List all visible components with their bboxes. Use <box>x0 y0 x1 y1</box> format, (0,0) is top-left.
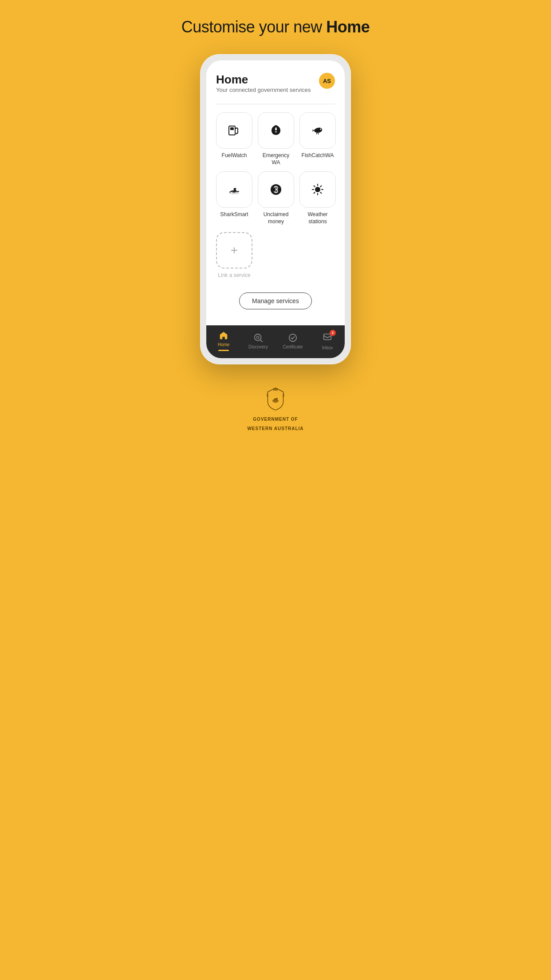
screen-title: Home <box>216 73 311 87</box>
fish-icon <box>310 122 326 138</box>
nav-active-indicator <box>218 350 229 351</box>
service-item-fishcatchwa[interactable]: FishCatchWA <box>299 112 336 166</box>
phone-frame: Home Your connected government services … <box>200 54 351 364</box>
svg-line-17 <box>320 186 321 187</box>
svg-line-20 <box>260 340 263 342</box>
service-icon-fishcatchwa <box>299 112 336 149</box>
heading-bold: Home <box>326 18 370 36</box>
nav-label-certificate: Certificate <box>283 344 303 349</box>
heading-normal: Customise your new <box>181 18 327 36</box>
screen-title-group: Home Your connected government services <box>216 73 311 101</box>
service-label-sharksmart: SharkSmart <box>220 211 248 218</box>
dollar-icon <box>268 182 284 198</box>
gov-logo: GOVERNMENT OF WESTERN AUSTRALIA <box>247 382 303 432</box>
inbox-badge-container: 2 <box>323 332 332 344</box>
service-icon-weather-stations <box>299 171 336 208</box>
svg-rect-1 <box>230 127 234 130</box>
home-nav-icon <box>219 331 228 340</box>
weather-icon <box>310 182 326 198</box>
svg-point-25 <box>276 398 278 399</box>
service-label-fishcatchwa: FishCatchWA <box>302 152 334 159</box>
service-icon-emergency-wa <box>258 112 294 149</box>
svg-line-5 <box>316 133 317 134</box>
gov-text-line2: WESTERN AUSTRALIA <box>247 425 303 432</box>
service-item-emergency-wa[interactable]: Emergency WA <box>258 112 294 166</box>
svg-point-22 <box>289 334 297 341</box>
nav-item-discovery[interactable]: Discovery <box>241 333 276 349</box>
service-icon-fuelwatch <box>216 112 252 149</box>
svg-point-21 <box>256 336 259 339</box>
service-item-fuelwatch[interactable]: FuelWatch <box>216 112 252 166</box>
manage-btn-container: Manage services <box>216 289 335 316</box>
screen-content: Home Your connected government services … <box>206 60 345 325</box>
link-service-item[interactable]: + Link a service <box>216 232 252 278</box>
svg-point-10 <box>315 187 320 192</box>
service-label-weather-stations: Weather stations <box>299 211 336 225</box>
avatar[interactable]: AS <box>319 73 335 89</box>
screen-header: Home Your connected government services … <box>216 73 335 101</box>
svg-point-2 <box>236 133 237 134</box>
link-service-label: Link a service <box>218 272 250 278</box>
link-service-row: + Link a service <box>216 232 335 278</box>
service-label-fuelwatch: FuelWatch <box>222 152 247 159</box>
link-service-box[interactable]: + <box>216 232 252 269</box>
service-label-emergency-wa: Emergency WA <box>258 152 294 166</box>
service-icon-sharksmart <box>216 171 252 208</box>
phone-screen: Home Your connected government services … <box>206 60 345 358</box>
screen-subtitle: Your connected government services <box>216 87 311 93</box>
svg-point-4 <box>320 129 322 130</box>
shark-icon <box>226 182 242 198</box>
inbox-badge: 2 <box>330 330 336 336</box>
svg-line-16 <box>320 192 321 193</box>
service-label-unclaimed-money: Unclaimed money <box>258 211 294 225</box>
discovery-nav-icon <box>253 333 263 343</box>
nav-label-home: Home <box>218 342 230 347</box>
nav-label-discovery: Discovery <box>248 344 268 349</box>
service-item-weather-stations[interactable]: Weather stations <box>299 171 336 225</box>
service-icon-unclaimed-money <box>258 171 294 208</box>
service-item-unclaimed-money[interactable]: Unclaimed money <box>258 171 294 225</box>
certificate-nav-icon <box>288 333 298 343</box>
wa-crest <box>260 382 291 413</box>
emergency-icon <box>268 122 284 138</box>
nav-item-home[interactable]: Home <box>206 331 241 351</box>
nav-item-inbox[interactable]: 2 Inbox <box>310 332 345 350</box>
page-heading: Customise your new Home <box>181 18 370 36</box>
gov-text-line1: GOVERNMENT OF <box>253 416 298 423</box>
bottom-nav: Home Discovery Certificate <box>206 325 345 358</box>
svg-point-3 <box>276 131 277 133</box>
service-grid: FuelWatch Emergency WA <box>216 112 335 225</box>
plus-icon: + <box>231 244 238 257</box>
nav-label-inbox: Inbox <box>322 345 333 350</box>
svg-line-15 <box>314 186 315 187</box>
service-item-sharksmart[interactable]: SharkSmart <box>216 171 252 225</box>
svg-line-18 <box>314 192 315 193</box>
fuel-icon <box>226 122 242 138</box>
nav-item-certificate[interactable]: Certificate <box>276 333 310 349</box>
header-divider <box>216 104 335 104</box>
svg-line-6 <box>318 133 319 134</box>
manage-services-button[interactable]: Manage services <box>239 292 312 309</box>
svg-rect-26 <box>273 389 278 391</box>
